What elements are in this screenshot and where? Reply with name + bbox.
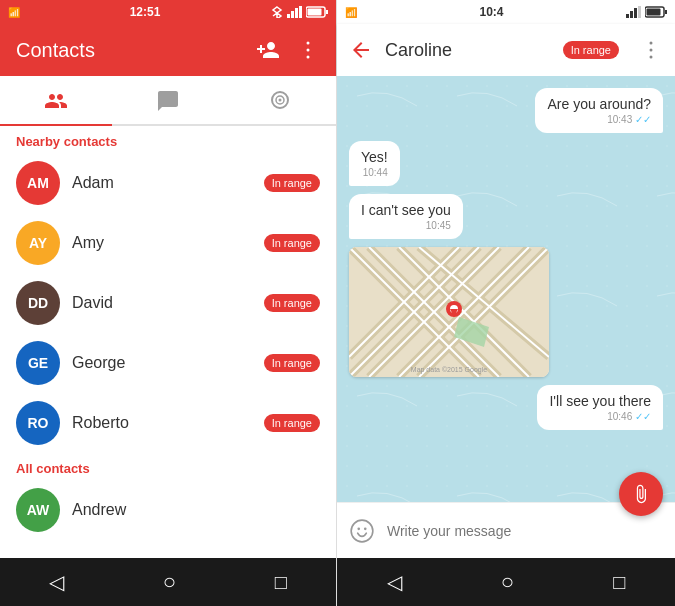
- chat-area: Are you around? 10:43 ✓✓ Yes! 10:44 I ca…: [337, 76, 675, 502]
- bluetooth-icon: [270, 6, 284, 18]
- attach-button[interactable]: [619, 472, 663, 516]
- right-panel: 📶 10:4 Caroline In range: [337, 0, 675, 606]
- status-bar-right: 📶 10:4: [337, 0, 675, 24]
- avatar-amy: AY: [16, 221, 60, 265]
- svg-rect-2: [295, 8, 298, 18]
- left-status-icons-right: 📶: [345, 6, 357, 18]
- recent-button-right[interactable]: □: [613, 571, 625, 594]
- badge-adam: In range: [264, 174, 320, 192]
- back-button-left[interactable]: ◁: [49, 570, 64, 594]
- tab-chat[interactable]: [112, 76, 224, 124]
- contact-row-george[interactable]: GE George In range: [0, 333, 336, 393]
- more-options-icon-left[interactable]: [296, 38, 320, 62]
- svg-text:Map data ©2015 Google: Map data ©2015 Google: [411, 366, 487, 374]
- contact-name-david: David: [72, 294, 252, 312]
- back-button-right[interactable]: ◁: [387, 570, 402, 594]
- contact-row-adam[interactable]: AM Adam In range: [0, 153, 336, 213]
- right-status-icons-left: [270, 6, 328, 18]
- message-bubble-1: Are you around? 10:43 ✓✓: [535, 88, 663, 133]
- svg-rect-19: [647, 9, 661, 16]
- attach-icon: [631, 484, 651, 504]
- message-bar: [337, 502, 675, 558]
- emoji-icon[interactable]: [349, 518, 375, 544]
- svg-point-21: [650, 49, 653, 52]
- badge-george: In range: [264, 354, 320, 372]
- message-bubble-2: Yes! 10:44: [349, 141, 400, 186]
- svg-point-12: [279, 99, 282, 102]
- status-bar-left: 📶 12:51: [0, 0, 336, 24]
- signal-icon-right: 📶: [345, 7, 357, 18]
- contact-name-george: George: [72, 354, 252, 372]
- recent-button-left[interactable]: □: [275, 571, 287, 594]
- svg-rect-15: [634, 8, 637, 18]
- time-left: 12:51: [130, 5, 161, 19]
- contact-row-david[interactable]: DD David In range: [0, 273, 336, 333]
- svg-point-7: [307, 42, 310, 45]
- avatar-george: GE: [16, 341, 60, 385]
- message-input-field[interactable]: [387, 523, 663, 539]
- message-time-2: 10:44: [361, 167, 388, 178]
- svg-rect-18: [665, 10, 667, 14]
- people-icon: [44, 89, 68, 111]
- contact-name-andrew: Andrew: [72, 501, 320, 519]
- left-panel: 📶 12:51 Contacts: [0, 0, 337, 606]
- message-text-2: Yes!: [361, 149, 388, 165]
- contact-row-andrew[interactable]: AW Andrew: [0, 480, 336, 540]
- left-status-icons: 📶: [8, 7, 20, 18]
- message-bubble-3: I can't see you 10:45: [349, 194, 463, 239]
- read-receipt-1: ✓✓: [635, 114, 651, 125]
- app-header-right: Caroline In range: [337, 24, 675, 76]
- bottom-nav-left: ◁ ○ □: [0, 558, 336, 606]
- svg-rect-13: [626, 14, 629, 18]
- svg-rect-14: [630, 11, 633, 18]
- home-button-right[interactable]: ○: [501, 569, 514, 595]
- app-title-left: Contacts: [16, 39, 95, 62]
- more-options-icon-right[interactable]: [639, 38, 663, 62]
- svg-rect-6: [307, 9, 321, 16]
- app-header-left: Contacts: [0, 24, 336, 76]
- svg-point-48: [357, 527, 360, 530]
- tabs-bar-left: [0, 76, 336, 126]
- badge-david: In range: [264, 294, 320, 312]
- back-arrow-icon[interactable]: [349, 38, 373, 62]
- svg-rect-1: [291, 11, 294, 18]
- svg-rect-3: [299, 6, 302, 18]
- map-svg: Map data ©2015 Google: [349, 247, 549, 377]
- badge-roberto: In range: [264, 414, 320, 432]
- message-time-5: 10:46 ✓✓: [549, 411, 651, 422]
- contact-row-amy[interactable]: AY Amy In range: [0, 213, 336, 273]
- contact-name-adam: Adam: [72, 174, 252, 192]
- contacts-list: Nearby contacts AM Adam In range AY Amy …: [0, 126, 336, 558]
- signal-bars-right-icon: [626, 6, 642, 18]
- antenna-icon: 📶: [8, 7, 20, 18]
- bottom-nav-right: ◁ ○ □: [337, 558, 675, 606]
- avatar-adam: AM: [16, 161, 60, 205]
- message-text-5: I'll see you there: [549, 393, 651, 409]
- svg-point-8: [307, 49, 310, 52]
- message-bubble-5: I'll see you there 10:46 ✓✓: [537, 385, 663, 430]
- message-text-1: Are you around?: [547, 96, 651, 112]
- add-contact-icon[interactable]: [256, 38, 280, 62]
- avatar-david: DD: [16, 281, 60, 325]
- svg-point-20: [650, 42, 653, 45]
- header-actions-left: [256, 38, 320, 62]
- all-section-label: All contacts: [0, 453, 336, 480]
- message-time-3: 10:45: [361, 220, 451, 231]
- map-preview: Map data ©2015 Google: [349, 247, 549, 377]
- svg-point-47: [351, 520, 373, 542]
- contact-name-header: Caroline: [385, 40, 551, 61]
- right-status-icons-right: [626, 6, 667, 18]
- svg-rect-16: [638, 6, 641, 18]
- badge-amy: In range: [264, 234, 320, 252]
- contact-row-roberto[interactable]: RO Roberto In range: [0, 393, 336, 453]
- chat-icon: [156, 89, 180, 111]
- tab-radar[interactable]: [224, 76, 336, 124]
- tab-nearby[interactable]: [0, 76, 112, 124]
- contact-name-roberto: Roberto: [72, 414, 252, 432]
- home-button-left[interactable]: ○: [163, 569, 176, 595]
- message-bubble-map[interactable]: Map data ©2015 Google: [349, 247, 549, 377]
- svg-point-22: [650, 56, 653, 59]
- avatar-roberto: RO: [16, 401, 60, 445]
- message-text-3: I can't see you: [361, 202, 451, 218]
- svg-rect-0: [287, 14, 290, 18]
